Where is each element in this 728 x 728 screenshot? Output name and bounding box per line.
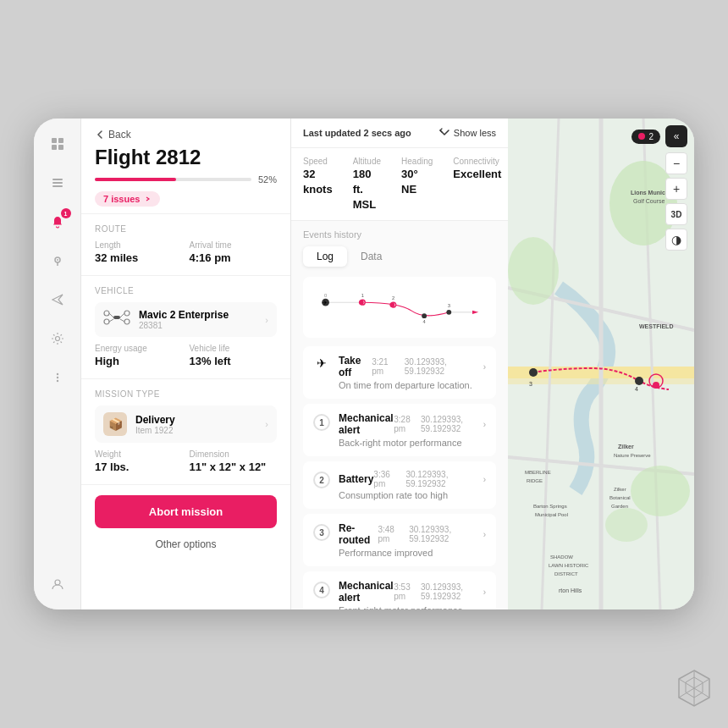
svg-text:3: 3 bbox=[448, 303, 450, 308]
svg-text:0: 0 bbox=[324, 293, 327, 298]
svg-point-36 bbox=[446, 310, 451, 315]
svg-text:LAWN HISTORIC: LAWN HISTORIC bbox=[549, 563, 589, 568]
svg-text:4: 4 bbox=[423, 319, 427, 324]
top-bar: Last updated 2 secs ago Show less bbox=[291, 119, 508, 148]
svg-text:✈: ✈ bbox=[323, 299, 328, 306]
event-num-4: 4 bbox=[313, 582, 330, 598]
tab-data[interactable]: Data bbox=[347, 246, 395, 267]
vehicle-section: Vehicle Mavic 2 E bbox=[81, 276, 290, 379]
route-arrival: Arrival time 4:16 pm bbox=[190, 240, 278, 265]
svg-line-21 bbox=[109, 319, 113, 322]
svg-text:MBERLINE: MBERLINE bbox=[525, 470, 551, 475]
event-takeoff[interactable]: ✈ Take off 3:21 pm 30.129393, 59.192932 … bbox=[303, 346, 496, 399]
svg-text:Garden: Garden bbox=[611, 504, 628, 509]
map-controls: − + 3D ◑ bbox=[665, 152, 687, 251]
delivery-chevron-icon: › bbox=[265, 419, 268, 429]
event-4[interactable]: 4 Mechanical alert 3:53 pm 30.129393, 59… bbox=[303, 571, 496, 609]
log-tabs: Log Data bbox=[303, 246, 496, 267]
svg-point-8 bbox=[57, 259, 58, 261]
issues-badge[interactable]: 7 issues bbox=[95, 191, 160, 207]
mission-section: Mission type 📦 Delivery Item 1922 › Weig… bbox=[81, 379, 290, 485]
svg-text:RIDGE: RIDGE bbox=[527, 478, 543, 483]
svg-text:SHADOW: SHADOW bbox=[550, 554, 573, 560]
last-updated: Last updated 2 secs ago bbox=[303, 128, 411, 138]
svg-point-10 bbox=[56, 373, 58, 375]
svg-rect-5 bbox=[52, 182, 63, 184]
show-less-button[interactable]: Show less bbox=[438, 127, 496, 139]
settings-gear-icon[interactable] bbox=[46, 327, 69, 350]
svg-text:DISTRICT: DISTRICT bbox=[554, 571, 578, 576]
stat-heading: Heading 30° NE bbox=[401, 157, 433, 212]
svg-rect-2 bbox=[52, 145, 57, 150]
svg-point-33 bbox=[422, 313, 427, 318]
user-icon[interactable] bbox=[46, 572, 69, 596]
back-button[interactable]: Back bbox=[95, 129, 277, 141]
svg-point-48 bbox=[508, 237, 559, 305]
energy-usage: Energy usage High bbox=[95, 344, 183, 368]
flight-title: Flight 2812 bbox=[95, 146, 277, 169]
svg-point-12 bbox=[56, 380, 58, 382]
vehicle-chevron-icon: › bbox=[265, 315, 268, 325]
svg-text:Golf Course: Golf Course bbox=[633, 198, 665, 204]
vehicle-life: Vehicle life 13% left bbox=[190, 344, 278, 368]
panel-header: Back Flight 2812 52% 7 issues bbox=[81, 119, 290, 214]
sidebar: 1 bbox=[34, 119, 81, 609]
event-3[interactable]: 3 Re-routed 3:48 pm 30.129393, 59.192932… bbox=[303, 514, 496, 566]
drone-icon bbox=[103, 310, 130, 329]
mission-dimension: Dimension 11" x 12" x 12" bbox=[190, 449, 278, 474]
svg-point-11 bbox=[56, 377, 58, 378]
drone-status-badge: 2 bbox=[631, 130, 660, 144]
vehicle-card[interactable]: Mavic 2 Enterprise 28381 › bbox=[95, 302, 277, 337]
svg-point-28 bbox=[359, 300, 364, 305]
map-expand-button[interactable]: « bbox=[665, 125, 687, 147]
svg-point-14 bbox=[104, 311, 109, 316]
route-length: Length 32 miles bbox=[95, 240, 183, 265]
svg-text:2: 2 bbox=[392, 295, 394, 301]
takeoff-icon: ✈ bbox=[313, 355, 330, 372]
mission-label: Mission type bbox=[95, 389, 277, 399]
svg-text:rton Hills: rton Hills bbox=[559, 587, 582, 593]
svg-point-15 bbox=[124, 311, 130, 316]
event-1[interactable]: 1 Mechanical alert 3:28 pm 30.129393, 59… bbox=[303, 404, 496, 456]
progress-fill bbox=[95, 178, 176, 181]
grid-icon[interactable] bbox=[46, 132, 69, 156]
delivery-info: Delivery Item 1922 bbox=[135, 414, 256, 435]
svg-text:Botanical: Botanical bbox=[609, 495, 631, 500]
svg-rect-1 bbox=[58, 138, 63, 143]
events-title: Events history bbox=[303, 229, 496, 240]
svg-text:3: 3 bbox=[529, 381, 532, 387]
mission-weight: Weight 17 lbs. bbox=[95, 449, 183, 474]
svg-text:WESTFIELD: WESTFIELD bbox=[639, 323, 673, 329]
svg-point-50 bbox=[605, 508, 648, 542]
progress-bar bbox=[95, 178, 251, 181]
svg-rect-4 bbox=[52, 179, 63, 180]
map-3d-button[interactable]: 3D bbox=[665, 203, 687, 225]
location-icon[interactable] bbox=[46, 249, 69, 273]
event-2[interactable]: 2 Battery 3:36 pm 30.129393, 59.192932 ›… bbox=[303, 461, 496, 509]
tab-log[interactable]: Log bbox=[303, 246, 347, 267]
svg-text:Municipal Pool: Municipal Pool bbox=[535, 512, 568, 517]
map-contrast-button[interactable]: ◑ bbox=[665, 229, 687, 251]
vehicle-label: Vehicle bbox=[95, 286, 277, 295]
layers-icon[interactable] bbox=[46, 171, 69, 195]
svg-text:Zilker: Zilker bbox=[614, 487, 626, 492]
other-options-link[interactable]: Other options bbox=[81, 538, 290, 564]
svg-rect-6 bbox=[52, 185, 63, 187]
progress-percent: 52% bbox=[258, 174, 277, 185]
event-num-1: 1 bbox=[313, 414, 330, 431]
zoom-in-button[interactable]: + bbox=[665, 178, 687, 200]
vehicle-info: Mavic 2 Enterprise 28381 bbox=[139, 309, 256, 330]
zoom-out-button[interactable]: − bbox=[665, 152, 687, 174]
stats-row: Speed 32 knots Altitude 180 ft. MSL Head… bbox=[291, 148, 508, 221]
svg-marker-35 bbox=[472, 311, 478, 314]
designers-logo bbox=[677, 669, 711, 711]
abort-mission-button[interactable]: Abort mission bbox=[95, 495, 277, 528]
flight-path-viz: 0 1 2 4 3 ✈ bbox=[303, 277, 496, 338]
delivery-card[interactable]: 📦 Delivery Item 1922 › bbox=[95, 405, 277, 443]
send-icon[interactable] bbox=[46, 288, 69, 312]
menu-icon[interactable] bbox=[46, 366, 69, 389]
svg-rect-3 bbox=[58, 145, 63, 150]
notification-icon[interactable]: 1 bbox=[46, 210, 69, 234]
svg-point-69 bbox=[635, 377, 643, 385]
svg-point-49 bbox=[631, 466, 690, 516]
